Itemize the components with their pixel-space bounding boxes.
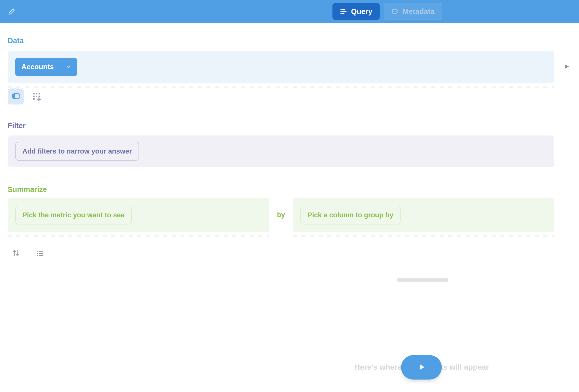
run-query-button[interactable] [401,355,442,380]
summarize-section-title: Summarize [8,185,47,194]
join-data-button[interactable] [8,88,24,104]
pick-metric-button[interactable]: Pick the metric you want to see [15,206,132,224]
drop-target-dashes [8,235,269,237]
custom-column-button[interactable] [32,92,42,102]
custom-column-icon [33,92,42,102]
filter-section-container: Add filters to narrow your answer [8,135,554,167]
pick-group-column-button[interactable]: Pick a column to group by [300,206,401,224]
pencil-icon [8,12,16,16]
data-section-container: Accounts [8,51,554,83]
group-by-connector-label: by [269,211,293,219]
preview-play-icon [563,67,570,71]
add-filters-button[interactable]: Add filters to narrow your answer [15,142,139,161]
data-source-button[interactable]: Accounts [15,58,77,76]
row-limit-button[interactable] [36,249,45,258]
data-section-title: Data [8,37,24,45]
summarize-groupby-container: Pick a column to group by [293,198,554,232]
preview-step-button[interactable] [562,63,571,71]
data-source-chevron[interactable] [60,58,77,76]
view-switcher: Query Metadata [332,3,442,20]
panel-divider [0,280,579,280]
top-header-bar: Query Metadata [0,0,579,23]
drop-target-dashes [8,86,554,88]
tab-metadata-label: Metadata [403,7,435,16]
row-limit-icon [36,254,44,258]
run-play-icon [416,362,426,373]
tab-metadata[interactable]: Metadata [384,3,442,20]
summarize-metric-container: Pick the metric you want to see [8,198,269,232]
panel-resize-handle[interactable] [397,278,448,282]
sort-icon [11,254,20,258]
tab-query[interactable]: Query [332,3,380,20]
sort-step-button[interactable] [11,249,20,258]
filter-section-title: Filter [8,122,26,130]
notebook-list-icon [340,8,347,15]
join-icon [10,91,21,102]
tag-icon [391,8,399,15]
drop-target-dashes [293,235,554,237]
data-source-label: Accounts [15,58,60,76]
chevron-down-icon [65,63,72,71]
tab-query-label: Query [351,7,372,16]
edit-title-button[interactable] [8,7,16,16]
